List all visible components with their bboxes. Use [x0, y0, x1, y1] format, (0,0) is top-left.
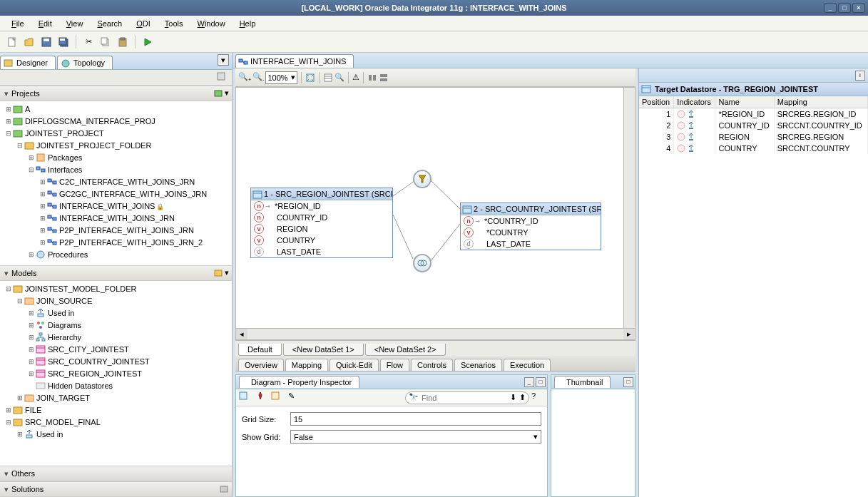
join-node[interactable]	[413, 254, 432, 272]
menu-tools[interactable]: Tools	[159, 18, 189, 29]
tab-designer[interactable]: Designer	[0, 56, 56, 69]
filter-node[interactable]	[413, 170, 432, 188]
layout2-icon[interactable]	[379, 73, 389, 83]
target-info-icon[interactable]: i	[855, 71, 865, 81]
layout1-icon[interactable]	[367, 73, 377, 83]
property-inspector-tab[interactable]: Diagram - Property Inspector	[239, 376, 359, 388]
diagram-vscrollbar[interactable]	[624, 87, 635, 329]
view-tab-execution[interactable]: Execution	[504, 359, 551, 371]
tree-item[interactable]: ⊞INTERFACE_WITH_JOINS_JRN	[0, 212, 232, 224]
zoom-in-icon[interactable]: 🔍+	[238, 72, 251, 82]
show-grid-field[interactable]: False▾	[290, 430, 541, 444]
menu-window[interactable]: Window	[192, 18, 231, 29]
tree-item[interactable]: ⊞GC2GC_INTERFACE_WITH_JOINS_JRN	[0, 188, 232, 200]
properties-icon[interactable]	[323, 73, 333, 83]
column-row[interactable]: dLAST_DATE	[461, 238, 601, 250]
tree-item[interactable]: ⊞P2P_INTERFACE_WITH_JOINS_JRN	[0, 224, 232, 236]
new-button[interactable]	[4, 34, 20, 50]
inspector-help-icon[interactable]: ?	[531, 391, 544, 404]
tree-item[interactable]: ⊞DIFFLOGSCMA_INTERFACE_PROJ	[0, 115, 232, 127]
paste-button[interactable]	[115, 34, 131, 50]
source-datastore-1[interactable]: 1 - SRC_REGION_JOINTEST (SRCR n⊸*REGION_…	[250, 188, 393, 258]
models-tree[interactable]: ⊟JOINSTEST_MODEL_FOLDER⊟JOIN_SOURCE⊞Used…	[0, 281, 232, 466]
inspector-edit-icon[interactable]: ✎	[288, 391, 301, 404]
grid-size-field[interactable]: 15	[290, 412, 541, 426]
copy-button[interactable]	[98, 34, 113, 50]
tree-item[interactable]: ⊞P2P_INTERFACE_WITH_JOINS_JRN_2	[0, 236, 232, 248]
view-tab-flow[interactable]: Flow	[380, 359, 409, 371]
tree-item[interactable]: ⊟JOIN_SOURCE	[0, 294, 232, 307]
target-row[interactable]: 2COUNTRY_IDSRCCNT.COUNTRY_ID	[639, 120, 868, 131]
find-next-icon[interactable]: ⬆	[519, 393, 526, 402]
column-row[interactable]: v*COUNTRY	[461, 227, 601, 238]
column-row[interactable]: vCOUNTRY	[251, 235, 392, 246]
view-tab-quick-edit[interactable]: Quick-Edit	[330, 359, 379, 371]
target-col-header[interactable]: Indicators	[674, 96, 715, 108]
diagram-hscrollbar[interactable]: ◂▸	[235, 329, 635, 340]
inspector-find-input[interactable]	[422, 394, 507, 402]
projects-header[interactable]: ▾ Projects ▾	[0, 86, 232, 101]
target-col-header[interactable]: Name	[715, 96, 774, 108]
models-new-icon[interactable]	[213, 268, 223, 278]
projects-menu-icon[interactable]: ▾	[225, 88, 229, 98]
tree-item[interactable]: ⊞C2C_INTERFACE_WITH_JOINS_JRN	[0, 175, 232, 188]
target-row[interactable]: 4COUNTRYSRCCNT.COUNTRY	[639, 143, 868, 154]
menu-view[interactable]: View	[61, 18, 89, 29]
tab-topology[interactable]: Topology	[57, 56, 113, 69]
window-close-button[interactable]: ×	[852, 3, 865, 13]
tree-item[interactable]: ⊟JOINSTEST_MODEL_FOLDER	[0, 282, 232, 294]
dataset-tab[interactable]: Default	[238, 344, 282, 356]
window-maximize-button[interactable]: □	[838, 3, 851, 13]
source-datastore-2[interactable]: 2 - SRC_COUNTRY_JOINTEST (SR n⊸*COUNTRY_…	[460, 203, 601, 250]
tree-item[interactable]: Hidden Datastores	[0, 379, 232, 391]
inspector-btn-1[interactable]	[239, 391, 252, 404]
solutions-header[interactable]: ▾Solutions	[0, 481, 232, 497]
tree-item[interactable]: ⊞A	[0, 103, 232, 115]
solutions-icon[interactable]	[219, 484, 229, 494]
column-row[interactable]: nCOUNTRY_ID	[251, 212, 392, 223]
column-row[interactable]: dLAST_DATE	[251, 246, 392, 257]
menu-edit[interactable]: Edit	[33, 18, 58, 29]
others-header[interactable]: ▾Others	[0, 466, 232, 481]
tree-item[interactable]: ⊞Hierarchy	[0, 331, 232, 343]
tree-item[interactable]: ⊞Procedures	[0, 248, 232, 260]
target-col-header[interactable]: Position	[639, 96, 674, 108]
fit-icon[interactable]	[305, 73, 315, 83]
editor-tab-interface[interactable]: INTERFACE_WITH_JOINS	[235, 54, 354, 68]
tree-item[interactable]: ⊟Interfaces	[0, 163, 232, 175]
models-menu-icon[interactable]: ▾	[225, 268, 229, 278]
warning-icon[interactable]: ⚠	[352, 73, 359, 82]
find-prev-icon[interactable]: ⬇	[510, 393, 516, 402]
menu-help[interactable]: Help	[234, 18, 262, 29]
tree-item[interactable]: ⊞INTERFACE_WITH_JOINS	[0, 200, 232, 212]
column-row[interactable]: n⊸*COUNTRY_ID	[461, 215, 601, 227]
menu-search[interactable]: Search	[91, 18, 128, 29]
view-tab-scenarios[interactable]: Scenarios	[454, 359, 502, 371]
tree-item[interactable]: ⊞Used in	[0, 428, 232, 440]
projects-new-icon[interactable]	[213, 88, 223, 98]
thumbnail-maximize-icon[interactable]: □	[623, 377, 633, 387]
zoom-select[interactable]: 100%▾	[265, 71, 297, 84]
view-tab-mapping[interactable]: Mapping	[285, 359, 328, 371]
target-row[interactable]: 1*REGION_IDSRCREG.REGION_ID	[639, 108, 868, 121]
tree-item[interactable]: ⊞JOIN_TARGET	[0, 391, 232, 404]
tree-item[interactable]: ⊞SRC_COUNTRY_JOINTEST	[0, 355, 232, 367]
view-tab-controls[interactable]: Controls	[411, 359, 453, 371]
tree-item[interactable]: ⊞SRC_REGION_JOINTEST	[0, 367, 232, 379]
tree-item[interactable]: ⊞Used in	[0, 307, 232, 319]
inspector-btn-3[interactable]	[271, 391, 284, 404]
tree-item[interactable]: ⊟JOINTEST_PROJECT_FOLDER	[0, 139, 232, 151]
navigator-tab-menu[interactable]: ▾	[218, 54, 229, 66]
dataset-tab[interactable]: <New DataSet 2>	[365, 344, 446, 356]
save-button[interactable]	[39, 34, 54, 50]
inspector-minimize-icon[interactable]: _	[524, 377, 534, 387]
mapping-diagram[interactable]: 1 - SRC_REGION_JOINTEST (SRCR n⊸*REGION_…	[235, 87, 624, 329]
open-button[interactable]	[21, 34, 37, 50]
column-row[interactable]: n⊸*REGION_ID	[251, 200, 392, 212]
tree-item[interactable]: ⊞FILE	[0, 404, 232, 416]
target-row[interactable]: 3REGIONSRCREG.REGION	[639, 131, 868, 143]
target-mapping-table[interactable]: PositionIndicatorsNameMapping 1*REGION_I…	[639, 96, 868, 154]
view-tab-overview[interactable]: Overview	[238, 359, 284, 371]
search-icon[interactable]: 🔍	[335, 73, 344, 82]
inspector-pin-icon[interactable]	[256, 391, 269, 404]
